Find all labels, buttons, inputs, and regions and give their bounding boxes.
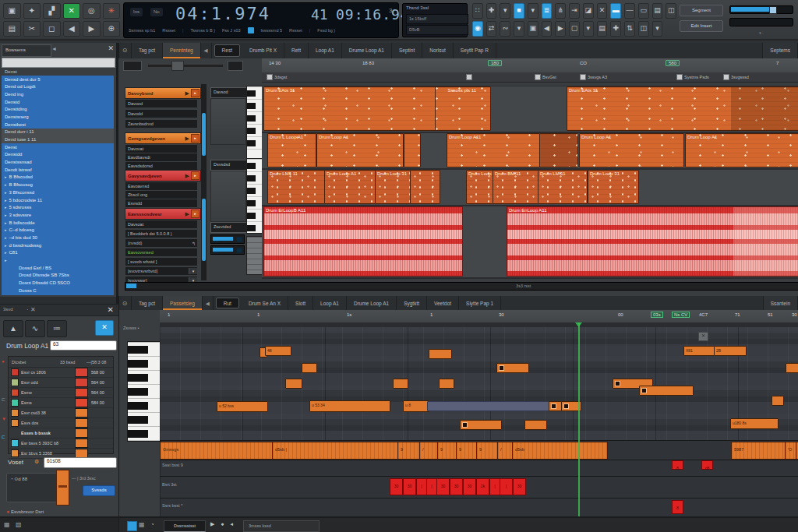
black-key[interactable] xyxy=(247,188,256,194)
browser-item[interactable]: ▸–d bts dod 30 xyxy=(2,234,114,241)
tool-icon[interactable]: ▭ xyxy=(638,3,649,19)
tool-icon[interactable]: ◪ xyxy=(583,3,594,19)
event-row[interactable]: Esvr odd564 00 xyxy=(9,378,113,388)
history-icon[interactable]: ◔ xyxy=(150,521,154,528)
tool-icon[interactable]: ⋔ xyxy=(555,3,566,19)
midi-clip[interactable]: Drum Loop 11 xyxy=(466,170,493,204)
mode-chip[interactable]: Ins xyxy=(130,8,143,16)
track-row[interactable]: Esvsdd xyxy=(125,199,198,208)
black-key[interactable] xyxy=(128,430,148,438)
piano-keys-strip-1[interactable] xyxy=(246,86,263,160)
midi-note[interactable] xyxy=(393,379,408,389)
midi-note[interactable] xyxy=(772,396,784,406)
tab-rut[interactable]: Rut xyxy=(216,298,239,308)
pattern-block[interactable]: / xyxy=(497,442,514,460)
tool-icon[interactable]: ✚ xyxy=(610,21,621,37)
tab-penntnteg[interactable]: Penntnteg xyxy=(163,43,201,58)
black-key[interactable] xyxy=(247,90,256,97)
midi-note[interactable] xyxy=(429,349,452,359)
expand-button[interactable]: ✕ xyxy=(95,320,114,336)
track-row[interactable]: Zavsnbsdnvd xyxy=(125,119,198,129)
piano-keyboard[interactable] xyxy=(127,341,161,442)
mode-chip-2[interactable]: No xyxy=(150,8,163,16)
tool-icon[interactable]: ▶ xyxy=(555,21,566,37)
close-icon[interactable]: ✕ xyxy=(698,332,708,341)
browser-item[interactable]: ▸d bssdrsodsssg xyxy=(2,241,114,249)
tool-icon[interactable]: ▣ xyxy=(528,21,538,37)
black-key[interactable] xyxy=(247,103,256,109)
tab-drum-se-an-x[interactable]: Drum Se An X xyxy=(242,296,288,310)
document-icon[interactable]: ▤ xyxy=(3,21,21,37)
tool-icon[interactable]: ⇄ xyxy=(486,21,497,37)
play-arrow-icon[interactable]: ▶ xyxy=(184,211,191,217)
shape-tool-button[interactable]: ▲ xyxy=(3,320,23,337)
track-row[interactable]: Davood xyxy=(125,99,198,108)
detach-icon[interactable]: · ✕ xyxy=(26,306,36,313)
tool-icon[interactable]: ▬ xyxy=(610,3,621,19)
tool-icon[interactable]: ⇥ xyxy=(569,3,580,19)
tab-drume-loop-a1[interactable]: Drume Loop A1 xyxy=(347,296,397,310)
target-icon[interactable]: ◎ xyxy=(83,3,101,19)
browser-item[interactable]: Dossd Esrl / BS xyxy=(2,264,114,272)
save-icon[interactable]: ▞ xyxy=(43,3,61,19)
pattern-block[interactable]: Gmsvgs xyxy=(160,442,274,460)
grid-icon[interactable]: ▦ xyxy=(139,521,145,528)
black-key[interactable] xyxy=(128,416,148,424)
browser-item[interactable]: Densttding xyxy=(2,105,114,113)
black-key[interactable] xyxy=(247,128,256,134)
black-key[interactable] xyxy=(247,140,256,146)
tempo-chip[interactable] xyxy=(248,27,254,33)
tool-icon[interactable]: ▾ xyxy=(528,3,538,19)
play-arrow-icon[interactable]: ▶ xyxy=(184,136,191,142)
hit-block[interactable]: 2k xyxy=(476,478,489,495)
tool-icon[interactable]: — xyxy=(624,3,635,19)
event-row[interactable]: Esr bsvs 5 393C b8 xyxy=(9,439,113,449)
time-display-secondary[interactable]: 09:16.94 xyxy=(336,6,410,23)
track-row[interactable]: [svovtrsvsrbvtd]▾ xyxy=(125,266,198,276)
close-icon[interactable]: ✕ xyxy=(108,305,114,314)
tool-icon[interactable]: ▾ xyxy=(500,3,510,19)
zoom-slider[interactable] xyxy=(729,5,793,14)
bar-display[interactable]: 41 xyxy=(311,6,328,23)
tool-icon[interactable]: ◫ xyxy=(666,3,676,19)
tab-rett[interactable]: Rett xyxy=(284,43,309,58)
cut-icon[interactable]: ✂ xyxy=(23,21,41,37)
hit-block[interactable]: 8 xyxy=(672,460,683,470)
track-group-header[interactable]: Eavsssosdvesr▶▸ xyxy=(125,208,201,220)
pattern-block[interactable]: 9 xyxy=(476,442,499,460)
hit-block[interactable]: 30 xyxy=(403,478,416,495)
group-collapse-icon[interactable]: ▸ xyxy=(191,171,200,180)
tool-icon[interactable] xyxy=(666,21,676,37)
midi-clip[interactable] xyxy=(404,133,421,167)
pattern-block[interactable]: 9 xyxy=(397,442,422,460)
pattern-block[interactable]: d5sb | xyxy=(272,442,399,460)
midi-clip[interactable]: Drum EAts 31 xyxy=(567,86,798,131)
hit-block[interactable]: | xyxy=(500,478,513,495)
tab-veetdot[interactable]: Veetdot xyxy=(427,296,459,310)
audio-clip[interactable]: Drum EnLoop A11 xyxy=(507,206,798,277)
midi-note[interactable]: u180 8s xyxy=(730,418,779,429)
midi-clip[interactable]: Drum EAts 31Sssoss pls 11 xyxy=(263,86,491,131)
hit-block[interactable]: 30 xyxy=(436,478,450,495)
tab-sygtktt[interactable]: Sygtktt xyxy=(397,296,427,310)
black-key[interactable] xyxy=(128,374,148,382)
black-key[interactable] xyxy=(128,388,148,396)
midi-clip[interactable] xyxy=(539,133,578,167)
tab-loop-a1[interactable]: Loop A1 xyxy=(309,43,342,58)
black-key[interactable] xyxy=(247,225,256,231)
black-key[interactable] xyxy=(247,213,256,219)
midi-note[interactable] xyxy=(639,386,694,396)
midi-clip[interactable] xyxy=(410,170,440,204)
bracket-icon[interactable]: ◻ xyxy=(43,21,61,37)
globe-icon[interactable]: ⊕ xyxy=(103,21,121,37)
browser-item[interactable]: Denst xyxy=(2,68,114,76)
browser-item[interactable]: Denstbest xyxy=(2,121,114,129)
knob-box[interactable]: ◔ ⊙d 88 xyxy=(6,473,58,502)
tool-icon[interactable]: ◫ xyxy=(638,21,649,37)
velocity-cell[interactable] xyxy=(75,408,88,417)
midi-note[interactable] xyxy=(439,379,454,389)
vertical-scrollbar[interactable] xyxy=(201,84,207,280)
browser-item[interactable]: Denstsnerg xyxy=(2,113,114,121)
velocity-cell[interactable] xyxy=(75,388,88,397)
tab-rest[interactable]: Rest xyxy=(214,44,240,57)
